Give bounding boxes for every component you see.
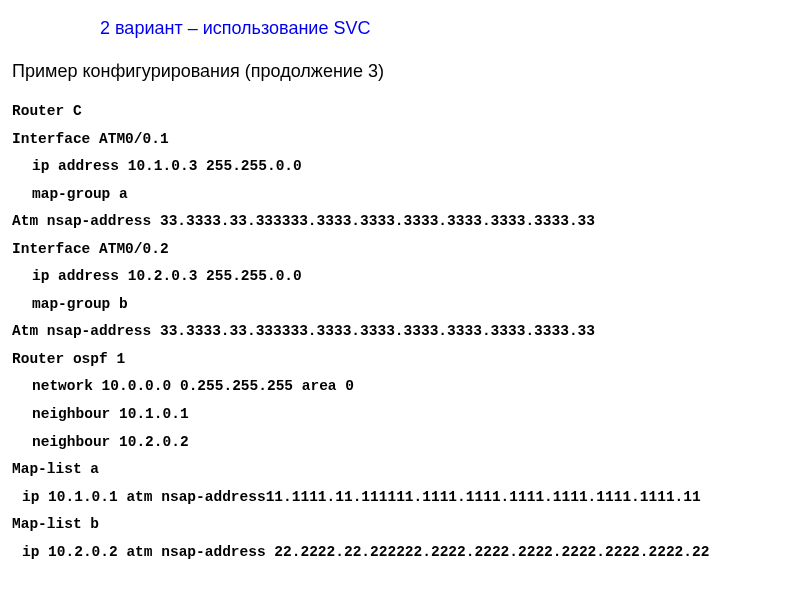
- config-line: Map-list b: [12, 511, 800, 539]
- config-line: map-group b: [12, 291, 800, 319]
- config-line: ip address 10.2.0.3 255.255.0.0: [12, 263, 800, 291]
- config-line: network 10.0.0.0 0.255.255.255 area 0: [12, 373, 800, 401]
- config-line: ip 10.1.0.1 atm nsap-address11.1111.11.1…: [12, 484, 800, 512]
- config-line: Interface ATM0/0.1: [12, 126, 800, 154]
- config-line: neighbour 10.2.0.2: [12, 429, 800, 457]
- config-line: Router ospf 1: [12, 346, 800, 374]
- config-line: Interface ATM0/0.2: [12, 236, 800, 264]
- config-line: ip 10.2.0.2 atm nsap-address 22.2222.22.…: [12, 539, 800, 567]
- slide-subtitle: Пример конфигурирования (продолжение 3): [0, 61, 800, 82]
- config-line: Map-list a: [12, 456, 800, 484]
- config-line: neighbour 10.1.0.1: [12, 401, 800, 429]
- config-line: Router C: [12, 98, 800, 126]
- config-line: Atm nsap-address 33.3333.33.333333.3333.…: [12, 318, 800, 346]
- configuration-block: Router C Interface ATM0/0.1 ip address 1…: [0, 98, 800, 566]
- config-line: map-group a: [12, 181, 800, 209]
- config-line: ip address 10.1.0.3 255.255.0.0: [12, 153, 800, 181]
- slide-title: 2 вариант – использование SVC: [0, 18, 800, 39]
- config-line: Atm nsap-address 33.3333.33.333333.3333.…: [12, 208, 800, 236]
